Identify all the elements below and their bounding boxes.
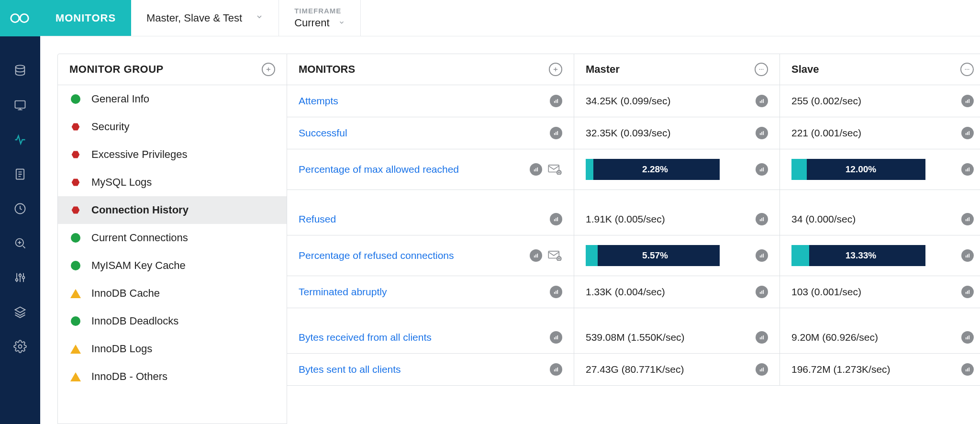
- svg-rect-95: [763, 368, 764, 371]
- svg-rect-26: [763, 99, 764, 103]
- metric-value: 1.33K (0.004/sec): [586, 286, 665, 298]
- monitor-group-item[interactable]: Connection History: [58, 196, 287, 224]
- sliders-icon[interactable]: [0, 260, 40, 295]
- status-icon: [70, 177, 81, 188]
- svg-rect-60: [534, 256, 535, 257]
- monitor-name-link[interactable]: Successful: [299, 127, 347, 139]
- monitor-group-item[interactable]: MyISAM Key Cache: [58, 252, 287, 279]
- search-icon[interactable]: [0, 226, 40, 260]
- databases-icon[interactable]: [0, 54, 40, 88]
- timeframe-value: Current: [294, 17, 329, 29]
- chart-icon[interactable]: [961, 213, 974, 225]
- svg-rect-53: [557, 217, 558, 221]
- monitor-group-title: MONITOR GROUP: [69, 63, 164, 76]
- svg-rect-39: [534, 169, 535, 171]
- slave-column-menu[interactable]: [960, 63, 974, 76]
- metric-value: 27.43G (80.771K/sec): [586, 364, 684, 375]
- chart-icon[interactable]: [961, 363, 974, 376]
- chart-icon[interactable]: [550, 127, 562, 139]
- chart-icon[interactable]: [530, 163, 542, 176]
- layers-icon[interactable]: [0, 295, 40, 329]
- svg-rect-93: [760, 369, 761, 371]
- chart-icon[interactable]: [756, 363, 768, 376]
- nav-rail: [0, 0, 40, 424]
- chart-icon[interactable]: [756, 286, 768, 298]
- chart-icon[interactable]: [961, 95, 974, 107]
- monitor-name-link[interactable]: Percentage of max allowed reached: [299, 164, 459, 175]
- add-monitor-button[interactable]: [549, 63, 562, 76]
- svg-rect-71: [969, 254, 969, 257]
- dashboards-icon[interactable]: [0, 88, 40, 123]
- status-icon: [70, 122, 81, 132]
- svg-point-7: [16, 279, 18, 281]
- monitor-group-item[interactable]: Security: [58, 113, 287, 141]
- monitor-name-link[interactable]: Refused: [299, 213, 336, 225]
- svg-rect-78: [966, 292, 967, 294]
- svg-rect-58: [967, 218, 968, 221]
- monitor-group-item[interactable]: InnoDB Cache: [58, 279, 287, 307]
- monitors-icon[interactable]: [0, 123, 40, 157]
- monitor-group-label: Security: [91, 121, 129, 133]
- monitor-name-link[interactable]: Attempts: [299, 95, 338, 107]
- timeframe-selector[interactable]: TIMEFRAME Current: [279, 0, 360, 36]
- monitor-group-item[interactable]: InnoDB - Others: [58, 363, 287, 391]
- app-logo[interactable]: [0, 0, 40, 36]
- metric-value: 221 (0.001/sec): [791, 127, 861, 139]
- settings-icon[interactable]: [0, 329, 40, 364]
- monitor-group-item[interactable]: General Info: [58, 85, 287, 113]
- monitor-group-item[interactable]: Excessive Privileges: [58, 141, 287, 168]
- chart-icon[interactable]: [756, 331, 768, 344]
- monitor-name-link[interactable]: Bytes received from all clients: [299, 332, 432, 343]
- svg-rect-54: [760, 219, 761, 221]
- svg-rect-76: [761, 291, 762, 294]
- chart-icon[interactable]: [756, 95, 768, 107]
- monitor-group-item[interactable]: Current Connections: [58, 224, 287, 252]
- monitor-group-item[interactable]: InnoDB Deadlocks: [58, 307, 287, 335]
- svg-rect-73: [556, 291, 557, 294]
- svg-rect-32: [557, 131, 558, 135]
- chart-icon[interactable]: [961, 286, 974, 298]
- monitor-group-item[interactable]: MySQL Logs: [58, 168, 287, 196]
- svg-rect-97: [967, 368, 968, 371]
- progress-bar: 5.57%: [586, 245, 720, 266]
- svg-rect-80: [969, 290, 969, 294]
- chart-icon[interactable]: [550, 331, 562, 344]
- server-selector[interactable]: Master, Slave & Test: [131, 0, 279, 36]
- svg-rect-49: [967, 168, 968, 171]
- chart-icon[interactable]: [530, 249, 542, 262]
- monitor-name-link[interactable]: Percentage of refused connections: [299, 250, 454, 261]
- monitor-group-label: Excessive Privileges: [91, 148, 188, 161]
- mail-alert-icon[interactable]: [548, 164, 562, 175]
- chart-icon[interactable]: [961, 331, 974, 344]
- monitor-group-item[interactable]: InnoDB Logs: [58, 335, 287, 363]
- monitor-name-link[interactable]: Bytes sent to all clients: [299, 364, 401, 375]
- chart-icon[interactable]: [550, 363, 562, 376]
- svg-rect-47: [763, 167, 764, 171]
- chart-icon[interactable]: [756, 213, 768, 225]
- chart-icon[interactable]: [756, 163, 768, 176]
- svg-point-16: [761, 69, 762, 70]
- progress-bar: 12.00%: [791, 159, 925, 180]
- add-monitor-group-button[interactable]: [262, 63, 275, 76]
- chart-icon[interactable]: [550, 213, 562, 225]
- chart-icon[interactable]: [550, 286, 562, 298]
- svg-rect-41: [537, 167, 538, 171]
- master-column-menu[interactable]: [755, 63, 768, 76]
- chart-icon[interactable]: [961, 249, 974, 262]
- history-icon[interactable]: [0, 191, 40, 226]
- chart-icon[interactable]: [756, 127, 768, 139]
- chart-icon[interactable]: [550, 95, 562, 107]
- chart-icon[interactable]: [961, 127, 974, 139]
- reports-icon[interactable]: [0, 157, 40, 191]
- svg-marker-11: [72, 123, 80, 131]
- svg-rect-23: [557, 99, 558, 103]
- svg-rect-88: [967, 336, 968, 339]
- monitor-name-link[interactable]: Terminated abruptly: [299, 286, 387, 298]
- chart-icon[interactable]: [961, 163, 974, 176]
- svg-rect-85: [761, 336, 762, 339]
- svg-rect-51: [554, 219, 555, 221]
- chart-icon[interactable]: [756, 249, 768, 262]
- svg-rect-36: [966, 133, 967, 135]
- mail-alert-icon[interactable]: [548, 250, 562, 261]
- monitor-group-label: Current Connections: [91, 232, 188, 244]
